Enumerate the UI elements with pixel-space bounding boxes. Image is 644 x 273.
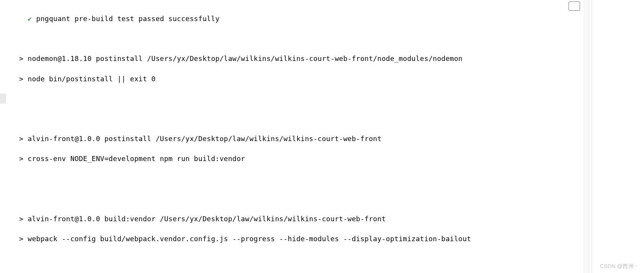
blank-line <box>19 174 592 184</box>
blank-line <box>19 34 592 44</box>
blank-line <box>19 94 592 104</box>
terminal-container: ✔ pngquant pre-build test passed success… <box>0 0 592 273</box>
watermark: CSDN @西洲 - <box>600 262 637 270</box>
terminal-output: ✔ pngquant pre-build test passed success… <box>0 0 592 273</box>
output-line: > nodemon@1.18.10 postinstall /Users/yx/… <box>19 54 592 64</box>
blank-line <box>19 114 592 124</box>
output-line: > webpack --config build/webpack.vendor.… <box>19 234 592 244</box>
output-line: > alvin-front@1.0.0 build:vendor /Users/… <box>19 214 592 224</box>
output-line: ✔ pngquant pre-build test passed success… <box>19 14 592 24</box>
check-icon: ✔ <box>28 15 32 23</box>
blank-line <box>19 194 592 204</box>
blank-line <box>19 254 592 264</box>
output-line: > cross-env NODE_ENV=development npm run… <box>19 154 592 164</box>
output-line: > alvin-front@1.0.0 postinstall /Users/y… <box>19 134 592 144</box>
output-line: > node bin/postinstall || exit 0 <box>19 74 592 84</box>
success-text: pngquant pre-build test passed successfu… <box>32 15 219 23</box>
